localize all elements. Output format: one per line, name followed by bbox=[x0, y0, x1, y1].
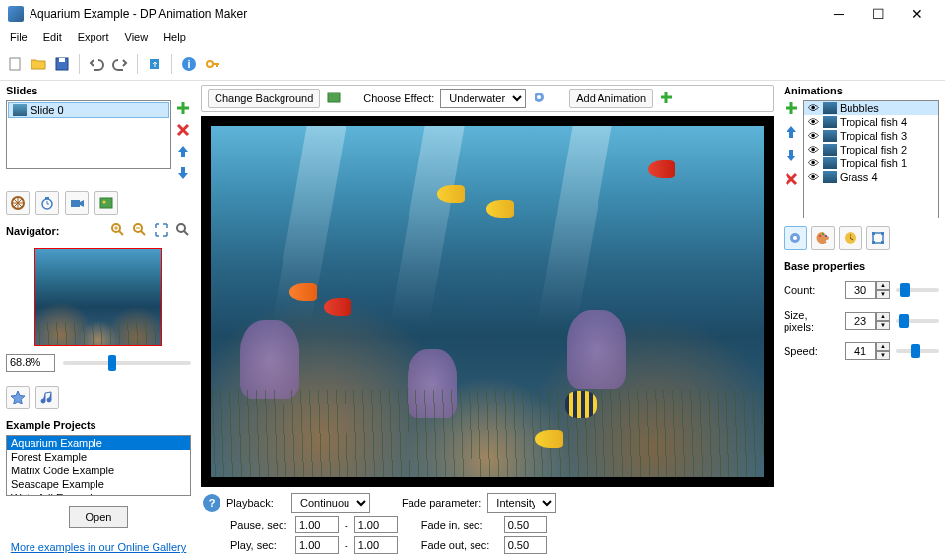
eye-icon[interactable]: 👁 bbox=[806, 102, 820, 114]
play-max-input[interactable] bbox=[354, 536, 398, 554]
export-button[interactable] bbox=[144, 53, 165, 75]
play-min-input[interactable] bbox=[295, 536, 339, 554]
animations-list[interactable]: 👁Bubbles 👁Tropical fish 4 👁Tropical fish… bbox=[803, 100, 939, 218]
change-background-button[interactable]: Change Background bbox=[208, 89, 320, 108]
navigator-preview[interactable] bbox=[34, 248, 162, 346]
star-icon[interactable] bbox=[6, 386, 30, 409]
slide-item[interactable]: Slide 0 bbox=[8, 102, 169, 118]
svg-rect-0 bbox=[10, 58, 20, 70]
animation-item[interactable]: 👁Tropical fish 3 bbox=[804, 129, 938, 143]
svg-rect-33 bbox=[872, 241, 875, 244]
move-anim-up-button[interactable] bbox=[784, 124, 799, 142]
example-item[interactable]: Waterfall Example bbox=[7, 491, 190, 496]
svg-point-6 bbox=[207, 61, 213, 67]
gear-tab-icon[interactable] bbox=[784, 226, 807, 250]
titlebar: Aquarium Example - DP Animation Maker ─ … bbox=[0, 0, 945, 28]
slides-list[interactable]: Slide 0 bbox=[6, 100, 171, 169]
camera-icon[interactable] bbox=[65, 191, 89, 215]
zoom-value[interactable]: 68.8% bbox=[6, 354, 55, 372]
help-icon[interactable]: ? bbox=[203, 494, 220, 512]
wheel-icon[interactable] bbox=[6, 191, 30, 215]
svg-point-25 bbox=[793, 236, 797, 240]
example-item[interactable]: Matrix Code Example bbox=[7, 464, 190, 477]
eye-icon[interactable]: 👁 bbox=[806, 157, 820, 169]
animation-item[interactable]: 👁Tropical fish 1 bbox=[804, 156, 938, 170]
open-example-button[interactable]: Open bbox=[69, 506, 128, 528]
open-button[interactable] bbox=[28, 53, 49, 75]
key-button[interactable] bbox=[202, 53, 223, 75]
close-button[interactable]: ✕ bbox=[898, 0, 937, 28]
svg-point-28 bbox=[825, 235, 827, 237]
count-slider[interactable] bbox=[896, 288, 939, 292]
main-toolbar: i bbox=[0, 47, 945, 81]
save-button[interactable] bbox=[51, 53, 73, 75]
speed-slider[interactable] bbox=[896, 349, 939, 353]
examples-list[interactable]: Aquarium Example Forest Example Matrix C… bbox=[6, 435, 191, 496]
redo-button[interactable] bbox=[109, 53, 131, 75]
menu-view[interactable]: View bbox=[119, 30, 155, 45]
zoom-slider[interactable] bbox=[63, 361, 191, 365]
effect-settings-icon[interactable] bbox=[532, 90, 547, 107]
eye-icon[interactable]: 👁 bbox=[806, 130, 820, 142]
svg-rect-8 bbox=[181, 167, 185, 173]
size-spinner[interactable]: ▲▼ bbox=[845, 312, 890, 330]
picture-icon[interactable] bbox=[94, 191, 118, 215]
info-button[interactable]: i bbox=[178, 53, 200, 75]
example-item[interactable]: Seascape Example bbox=[7, 477, 190, 491]
animation-item[interactable]: 👁Bubbles bbox=[804, 101, 938, 115]
menu-edit[interactable]: Edit bbox=[37, 30, 68, 45]
menu-file[interactable]: File bbox=[4, 30, 33, 45]
eye-icon[interactable]: 👁 bbox=[806, 144, 820, 156]
delete-anim-button[interactable] bbox=[784, 171, 799, 189]
timer-icon[interactable] bbox=[35, 191, 59, 215]
clock-tab-icon[interactable] bbox=[839, 226, 862, 250]
move-anim-down-button[interactable] bbox=[784, 148, 799, 165]
zoom-in-icon[interactable] bbox=[110, 222, 126, 240]
add-animation-icon[interactable] bbox=[659, 90, 674, 107]
undo-button[interactable] bbox=[86, 53, 107, 75]
fade-in-input[interactable] bbox=[504, 516, 547, 533]
pause-min-input[interactable] bbox=[295, 516, 339, 533]
add-animation-button[interactable]: Add Animation bbox=[569, 89, 653, 108]
slide-thumb-icon bbox=[13, 104, 27, 116]
animation-item[interactable]: 👁Tropical fish 2 bbox=[804, 143, 938, 156]
menu-help[interactable]: Help bbox=[158, 30, 192, 45]
zoom-out-icon[interactable] bbox=[132, 222, 148, 240]
add-animation-button-side[interactable] bbox=[784, 100, 799, 118]
playback-mode-select[interactable]: Continuous bbox=[291, 493, 370, 513]
minimize-button[interactable]: ─ bbox=[819, 0, 858, 28]
fade-param-select[interactable]: Intensity bbox=[487, 493, 556, 513]
fit-icon[interactable] bbox=[154, 222, 169, 240]
count-spinner[interactable]: ▲▼ bbox=[845, 281, 890, 299]
example-item[interactable]: Forest Example bbox=[7, 450, 190, 464]
delete-slide-button[interactable] bbox=[175, 122, 191, 140]
pause-max-input[interactable] bbox=[354, 516, 398, 533]
speed-label: Speed: bbox=[784, 345, 839, 357]
move-slide-up-button[interactable] bbox=[175, 144, 191, 161]
fade-out-input[interactable] bbox=[504, 536, 547, 554]
svg-rect-34 bbox=[881, 241, 884, 244]
effect-select[interactable]: Underwater bbox=[440, 89, 526, 108]
slides-title: Slides bbox=[6, 85, 191, 96]
zoom-100-icon[interactable] bbox=[175, 222, 191, 240]
palette-tab-icon[interactable] bbox=[811, 226, 835, 250]
bounds-tab-icon[interactable] bbox=[866, 226, 890, 250]
maximize-button[interactable]: ☐ bbox=[858, 0, 898, 28]
eye-icon[interactable]: 👁 bbox=[806, 116, 820, 128]
new-button[interactable] bbox=[4, 53, 26, 75]
menu-export[interactable]: Export bbox=[72, 30, 115, 45]
add-slide-button[interactable] bbox=[175, 100, 191, 118]
size-slider[interactable] bbox=[896, 319, 939, 323]
eye-icon[interactable]: 👁 bbox=[806, 171, 820, 183]
music-icon[interactable] bbox=[35, 386, 59, 409]
move-slide-down-button[interactable] bbox=[175, 165, 191, 183]
animation-item[interactable]: 👁Tropical fish 4 bbox=[804, 115, 938, 129]
count-label: Count: bbox=[784, 284, 839, 296]
canvas[interactable] bbox=[201, 116, 774, 487]
change-bg-icon[interactable] bbox=[326, 90, 342, 107]
example-item[interactable]: Aquarium Example bbox=[7, 436, 190, 450]
gallery-link[interactable]: More examples in our Online Gallery bbox=[6, 541, 191, 553]
slide-label: Slide 0 bbox=[31, 104, 64, 116]
animation-item[interactable]: 👁Grass 4 bbox=[804, 170, 938, 184]
speed-spinner[interactable]: ▲▼ bbox=[845, 342, 890, 360]
